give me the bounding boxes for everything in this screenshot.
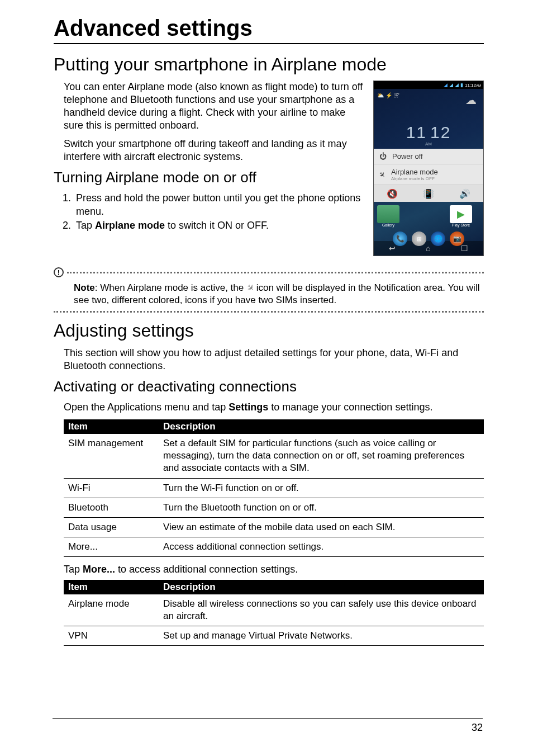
battery-icon: ▮ [460, 82, 463, 88]
paragraph: Open the Applications menu and tap Setti… [64, 401, 484, 414]
cell-desc: Access additional connection settings. [159, 537, 484, 556]
cell-desc: Disable all wireless connections so you … [159, 594, 484, 626]
phone-widget-area: ☁ ⛅ ⚡ ⛈ [374, 89, 483, 124]
cell-item: Wi-Fi [64, 478, 159, 498]
vibrate-icon[interactable]: 📳 [423, 188, 434, 199]
table-row: More...Access additional connection sett… [64, 537, 484, 556]
cell-desc: View an estimate of the mobile data used… [159, 517, 484, 537]
chapter-title: Advanced settings [54, 16, 484, 44]
note-text: Note: When Airplane mode is active, the … [54, 277, 484, 311]
table-row: VPNSet up and manage Virtual Private Net… [64, 626, 484, 646]
weather-icon: ☁ [465, 93, 477, 107]
text-post: to access additional connection settings… [115, 564, 298, 575]
cell-item: SIM management [64, 434, 159, 478]
menu-airplane-sub: Airplane mode is OFF [391, 176, 438, 181]
table-row: Data usageView an estimate of the mobile… [64, 517, 484, 537]
cell-desc: Turn the Wi-Fi function on or off. [159, 478, 484, 498]
note-prefix: Note [74, 282, 95, 293]
cell-item: VPN [64, 626, 159, 646]
step-2: Tap Airplane mode to switch it ON or OFF… [74, 219, 367, 232]
table-row: BluetoothTurn the Bluetooth function on … [64, 498, 484, 517]
home-icon[interactable]: ⌂ [426, 244, 430, 253]
divider-dashed [67, 272, 484, 273]
app-label: Gallery [377, 223, 399, 227]
silent-icon[interactable]: 🔇 [387, 188, 398, 199]
table-header-desc: Description [159, 580, 484, 594]
table-header-item: Item [64, 580, 159, 594]
app-play-store[interactable]: ▶ [450, 205, 472, 223]
paragraph: Switch your smartphone off during takeof… [64, 138, 367, 163]
recent-icon[interactable]: ☐ [461, 244, 468, 253]
app-label: Play Store [450, 223, 472, 227]
menu-airplane-mode[interactable]: ✈ Airplane mode Airplane mode is OFF [374, 164, 483, 185]
signal-icon: ◢ [449, 82, 453, 88]
app-drawer[interactable]: ⊞ [412, 231, 426, 246]
status-time: 11:12AM [465, 83, 481, 88]
note-pre: : When Airplane mode is active, the [95, 282, 246, 293]
table-header-item: Item [64, 419, 159, 434]
menu-power-label: Power off [392, 152, 423, 160]
app-browser[interactable]: 🌐 [431, 231, 445, 246]
step-2-bold: Airplane mode [95, 220, 165, 231]
menu-mode-icons: 🔇 📳 🔊 [374, 185, 483, 202]
menu-power-off[interactable]: ⏻ Power off [374, 149, 483, 164]
phone-status-bar: ◢ ◢ ◢ ▮ 11:12AM [374, 81, 483, 89]
wifi-icon: ◢ [444, 82, 448, 88]
cell-desc: Turn the Bluetooth function on or off. [159, 498, 484, 517]
cell-desc: Set a default SIM for particular functio… [159, 434, 484, 478]
section-adjusting-title: Adjusting settings [54, 320, 484, 341]
back-icon[interactable]: ↩ [389, 244, 396, 253]
step-2-post: to switch it ON or OFF. [165, 220, 269, 231]
table-row: Wi-FiTurn the Wi-Fi function on or off. [64, 478, 484, 498]
step-2-pre: Tap [76, 220, 95, 231]
phone-screenshot: ◢ ◢ ◢ ▮ 11:12AM ☁ ⛅ ⚡ ⛈ 11 12 AM ⏻ Power… [373, 81, 484, 256]
alert-icon: ! [54, 267, 64, 277]
section-airplane-title: Putting your smartphone in Airplane mode [54, 54, 484, 75]
divider-dashed [54, 311, 484, 313]
step-1: Press and hold the power button until yo… [74, 192, 367, 218]
table-row: SIM managementSet a default SIM for part… [64, 434, 484, 478]
text-post: to manage your connection settings. [268, 401, 432, 413]
page-number: 32 [53, 718, 483, 734]
cell-item: More... [64, 537, 159, 556]
cell-item: Airplane mode [64, 594, 159, 626]
power-icon: ⏻ [379, 152, 387, 160]
cell-item: Data usage [64, 517, 159, 537]
text-pre: Tap [64, 564, 83, 575]
power-menu: ⏻ Power off ✈ Airplane mode Airplane mod… [374, 149, 483, 202]
airplane-icon: ✈ [377, 169, 387, 179]
paragraph: You can enter Airplane mode (also known … [64, 81, 367, 132]
text-pre: Open the Applications menu and tap [64, 401, 229, 413]
paragraph: Tap More... to access additional connect… [64, 564, 484, 575]
phone-home-apps: Gallery ▶ Play Store 📞 ⊞ 🌐 📷 [374, 202, 483, 241]
clock-am-label: AM [374, 141, 483, 147]
settings-table-2: Item Description Airplane modeDisable al… [64, 580, 484, 646]
table-row: Airplane modeDisable all wireless connec… [64, 594, 484, 626]
signal-icon: ◢ [455, 82, 459, 88]
cell-item: Bluetooth [64, 498, 159, 517]
text-bold: Settings [229, 401, 268, 413]
text-bold: More... [83, 564, 115, 575]
subsection-turning-airplane: Turning Airplane mode on or off [54, 169, 367, 186]
clock-hour: 11 [406, 123, 427, 142]
sound-icon[interactable]: 🔊 [459, 188, 470, 199]
menu-airplane-label: Airplane mode [391, 168, 438, 176]
table-header-desc: Description [159, 419, 484, 434]
note-box: ! Note: When Airplane mode is active, th… [54, 267, 484, 313]
cell-desc: Set up and manage Virtual Private Networ… [159, 626, 484, 646]
steps-list: Press and hold the power button until yo… [74, 192, 367, 232]
app-gallery[interactable] [377, 205, 399, 223]
clock-minute: 12 [430, 123, 451, 142]
settings-table-1: Item Description SIM managementSet a def… [64, 419, 484, 557]
paragraph: This section will show you how to adjust… [64, 347, 484, 372]
subsection-activating: Activating or deactivating connections [54, 378, 484, 395]
